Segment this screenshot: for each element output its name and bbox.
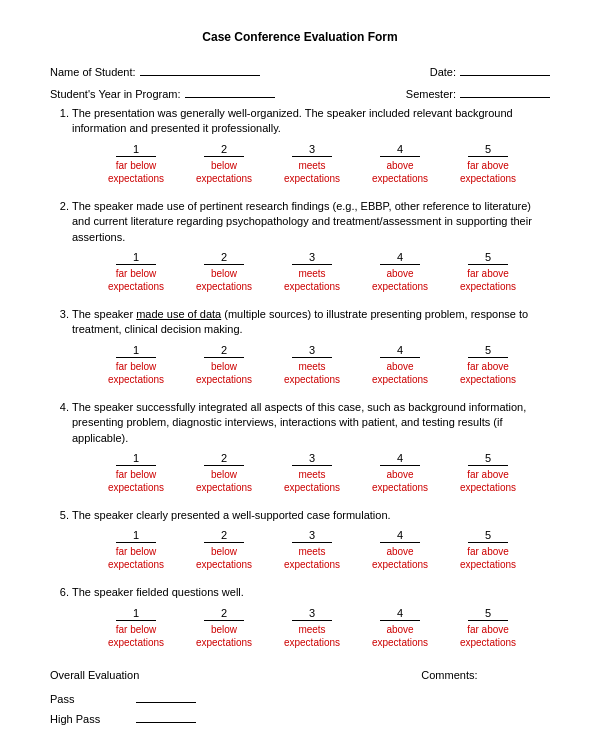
rating-label-4: above expectations xyxy=(372,159,428,185)
rating-scale-6: 1far below expectations2below expectatio… xyxy=(92,607,550,649)
rating-number-5: 5 xyxy=(468,251,508,265)
overall-section: Overall Evaluation Pass High Pass Fail E… xyxy=(50,669,550,730)
question-text-6: The speaker fielded questions well. xyxy=(72,585,550,600)
header-name-date-row: Name of Student: Date: xyxy=(50,62,550,78)
question-item-3: The speaker made use of data (multiple s… xyxy=(72,307,550,386)
rating-number-5: 5 xyxy=(468,529,508,543)
pass-row: Pass xyxy=(50,689,361,705)
rating-col-2-q1[interactable]: 2below expectations xyxy=(180,143,268,185)
rating-col-4-q3[interactable]: 4above expectations xyxy=(356,344,444,386)
rating-number-1: 1 xyxy=(116,452,156,466)
rating-number-5: 5 xyxy=(468,607,508,621)
rating-number-5: 5 xyxy=(468,452,508,466)
rating-col-2-q3[interactable]: 2below expectations xyxy=(180,344,268,386)
name-label: Name of Student: xyxy=(50,66,136,78)
rating-number-3: 3 xyxy=(292,452,332,466)
rating-number-4: 4 xyxy=(380,251,420,265)
rating-scale-5: 1far below expectations2below expectatio… xyxy=(92,529,550,571)
rating-label-3: meets expectations xyxy=(284,159,340,185)
rating-number-1: 1 xyxy=(116,607,156,621)
rating-label-3: meets expectations xyxy=(284,545,340,571)
name-input-line[interactable] xyxy=(140,62,260,76)
rating-col-1-q6[interactable]: 1far below expectations xyxy=(92,607,180,649)
rating-col-3-q5[interactable]: 3meets expectations xyxy=(268,529,356,571)
rating-label-4: above expectations xyxy=(372,267,428,293)
rating-col-3-q6[interactable]: 3meets expectations xyxy=(268,607,356,649)
pass-line[interactable] xyxy=(136,689,196,703)
rating-label-5: far above expectations xyxy=(460,159,516,185)
rating-number-3: 3 xyxy=(292,143,332,157)
rating-label-4: above expectations xyxy=(372,545,428,571)
rating-col-5-q1[interactable]: 5far above expectations xyxy=(444,143,532,185)
rating-number-2: 2 xyxy=(204,529,244,543)
rating-label-1: far below expectations xyxy=(108,468,164,494)
rating-label-1: far below expectations xyxy=(108,267,164,293)
rating-label-1: far below expectations xyxy=(108,360,164,386)
year-field: Student's Year in Program: xyxy=(50,84,275,100)
rating-label-1: far below expectations xyxy=(108,159,164,185)
rating-number-1: 1 xyxy=(116,143,156,157)
rating-label-4: above expectations xyxy=(372,623,428,649)
questions-list: The presentation was generally well-orga… xyxy=(50,106,550,649)
rating-col-1-q5[interactable]: 1far below expectations xyxy=(92,529,180,571)
rating-col-1-q3[interactable]: 1far below expectations xyxy=(92,344,180,386)
rating-number-4: 4 xyxy=(380,529,420,543)
rating-col-1-q2[interactable]: 1far below expectations xyxy=(92,251,180,293)
rating-col-2-q4[interactable]: 2below expectations xyxy=(180,452,268,494)
rating-label-2: below expectations xyxy=(196,360,252,386)
rating-label-2: below expectations xyxy=(196,267,252,293)
rating-scale-3: 1far below expectations2below expectatio… xyxy=(92,344,550,386)
rating-col-2-q5[interactable]: 2below expectations xyxy=(180,529,268,571)
question-text-5: The speaker clearly presented a well-sup… xyxy=(72,508,550,523)
pass-label: Pass xyxy=(50,693,130,705)
rating-col-4-q6[interactable]: 4above expectations xyxy=(356,607,444,649)
rating-number-4: 4 xyxy=(380,143,420,157)
rating-scale-1: 1far below expectations2below expectatio… xyxy=(92,143,550,185)
form-title: Case Conference Evaluation Form xyxy=(50,30,550,44)
rating-col-2-q6[interactable]: 2below expectations xyxy=(180,607,268,649)
rating-number-3: 3 xyxy=(292,607,332,621)
rating-number-5: 5 xyxy=(468,143,508,157)
rating-col-1-q4[interactable]: 1far below expectations xyxy=(92,452,180,494)
rating-col-5-q6[interactable]: 5far above expectations xyxy=(444,607,532,649)
rating-label-5: far above expectations xyxy=(460,267,516,293)
rating-col-4-q5[interactable]: 4above expectations xyxy=(356,529,444,571)
rating-col-3-q4[interactable]: 3meets expectations xyxy=(268,452,356,494)
rating-col-3-q1[interactable]: 3meets expectations xyxy=(268,143,356,185)
rating-col-4-q1[interactable]: 4above expectations xyxy=(356,143,444,185)
rating-col-5-q4[interactable]: 5far above expectations xyxy=(444,452,532,494)
rating-col-4-q4[interactable]: 4above expectations xyxy=(356,452,444,494)
rating-col-5-q3[interactable]: 5far above expectations xyxy=(444,344,532,386)
rating-col-1-q1[interactable]: 1far below expectations xyxy=(92,143,180,185)
rating-number-3: 3 xyxy=(292,251,332,265)
year-input-line[interactable] xyxy=(185,84,275,98)
rating-label-3: meets expectations xyxy=(284,360,340,386)
overall-left: Overall Evaluation Pass High Pass Fail E… xyxy=(50,669,361,730)
rating-col-4-q2[interactable]: 4above expectations xyxy=(356,251,444,293)
rating-label-2: below expectations xyxy=(196,468,252,494)
rating-col-5-q2[interactable]: 5far above expectations xyxy=(444,251,532,293)
date-label: Date: xyxy=(430,66,456,78)
rating-col-3-q3[interactable]: 3meets expectations xyxy=(268,344,356,386)
rating-number-1: 1 xyxy=(116,529,156,543)
date-input-line[interactable] xyxy=(460,62,550,76)
header-year-semester-row: Student's Year in Program: Semester: xyxy=(50,84,550,100)
rating-label-5: far above expectations xyxy=(460,360,516,386)
question-text-3: The speaker made use of data (multiple s… xyxy=(72,307,550,338)
rating-col-2-q2[interactable]: 2below expectations xyxy=(180,251,268,293)
high-pass-line[interactable] xyxy=(136,709,196,723)
semester-input-line[interactable] xyxy=(460,84,550,98)
rating-number-2: 2 xyxy=(204,452,244,466)
rating-label-3: meets expectations xyxy=(284,468,340,494)
rating-label-4: above expectations xyxy=(372,360,428,386)
rating-col-5-q5[interactable]: 5far above expectations xyxy=(444,529,532,571)
high-pass-row: High Pass xyxy=(50,709,361,725)
rating-col-3-q2[interactable]: 3meets expectations xyxy=(268,251,356,293)
rating-label-5: far above expectations xyxy=(460,545,516,571)
date-field: Date: xyxy=(430,62,550,78)
high-pass-label: High Pass xyxy=(50,713,130,725)
rating-number-5: 5 xyxy=(468,344,508,358)
rating-number-2: 2 xyxy=(204,344,244,358)
rating-label-1: far below expectations xyxy=(108,623,164,649)
rating-number-4: 4 xyxy=(380,452,420,466)
